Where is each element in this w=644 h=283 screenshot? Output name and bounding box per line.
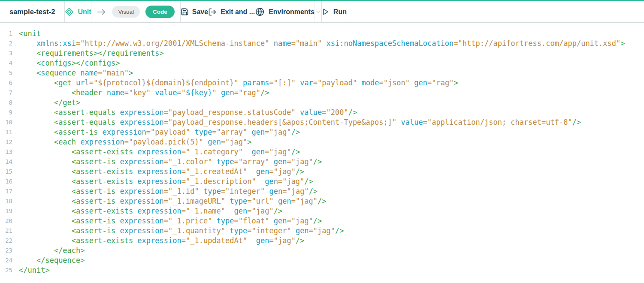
code-line-content[interactable]: <sequence name="main"> <box>12 68 133 78</box>
code-line[interactable]: 7 <header name="key" value="${key}" gen=… <box>0 88 644 98</box>
code-line[interactable]: 3 <requirements></requirements> <box>0 48 644 58</box>
code-area[interactable]: 1<unit2 xmlns:xsi="http://www.w3.org/200… <box>0 29 644 275</box>
code-line[interactable]: 1<unit <box>0 29 644 39</box>
code-line-content[interactable]: <assert-exists expression="_1.createdAt"… <box>12 167 304 177</box>
code-line[interactable]: 20 <assert-is expression="_1.price" type… <box>0 216 644 226</box>
code-line-content[interactable]: <assert-exists expression="_1.category" … <box>12 147 300 157</box>
toolbar: sample-test-2 Unit Visual Code <box>0 0 644 23</box>
environments-label: Environments <box>269 8 314 16</box>
code-line-content[interactable]: <get url="${protocol}${domain}${endpoint… <box>12 78 458 88</box>
code-line[interactable]: 21 <assert-is expression="_1.quantity" t… <box>0 226 644 236</box>
mode-code-button[interactable]: Code <box>145 6 175 18</box>
code-line-content[interactable]: <assert-is expression="_1.price" type="f… <box>12 216 322 226</box>
code-line-content[interactable]: <assert-is expression="_1.id" type="inte… <box>12 187 317 196</box>
code-line-content[interactable]: <assert-is expression="_1.imageURL" type… <box>12 196 327 206</box>
code-line[interactable]: 23 </each> <box>0 246 644 256</box>
code-line[interactable]: 8 </get> <box>0 98 644 108</box>
code-line-content[interactable]: <assert-exists expression="_1.descriptio… <box>12 177 313 187</box>
code-line-content[interactable]: </get> <box>12 98 80 108</box>
code-line[interactable]: 11 <assert-is expression="payload" type=… <box>0 127 644 137</box>
environments-dropdown-toggle[interactable] <box>315 1 321 22</box>
unit-label: Unit <box>78 8 91 16</box>
code-line[interactable]: 24 </sequence> <box>0 256 644 265</box>
code-line[interactable]: 14 <assert-is expression="_1.color" type… <box>0 157 644 167</box>
code-line[interactable]: 19 <assert-exists expression="_1.name" g… <box>0 206 644 216</box>
exit-icon <box>208 8 217 16</box>
code-line[interactable]: 15 <assert-exists expression="_1.created… <box>0 167 644 177</box>
code-line[interactable]: 9 <assert-equals expression="payload_res… <box>0 108 644 117</box>
code-line[interactable]: 22 <assert-exists expression="_1.updated… <box>0 236 644 246</box>
save-label: Save <box>192 8 208 16</box>
chevron-down-icon <box>315 9 321 15</box>
run-button[interactable]: Run <box>322 1 347 22</box>
code-line-content[interactable]: <assert-is expression="_1.color" type="a… <box>12 157 322 167</box>
code-line-content[interactable]: xmlns:xsi="http://www.w3.org/2001/XMLSch… <box>12 39 625 48</box>
run-label: Run <box>333 8 347 16</box>
code-line[interactable]: 17 <assert-is expression="_1.id" type="i… <box>0 187 644 196</box>
code-line-content[interactable]: <assert-exists expression="_1.updatedAt"… <box>12 236 304 246</box>
code-line[interactable]: 10 <assert-equals expression="payload_re… <box>0 117 644 127</box>
mode-visual-button[interactable]: Visual <box>112 6 140 18</box>
code-line-content[interactable]: </sequence> <box>12 256 85 265</box>
exit-label: Exit and ... <box>221 8 255 16</box>
code-line-content[interactable]: <configs></configs> <box>12 58 120 68</box>
code-line[interactable]: 16 <assert-exists expression="_1.descrip… <box>0 177 644 187</box>
gutter-border <box>2 23 2 283</box>
exit-button[interactable]: Exit and ... <box>208 1 255 22</box>
code-line-content[interactable]: <header name="key" value="${key}" gen="r… <box>12 88 269 98</box>
play-icon <box>322 8 329 16</box>
toolbar-divider <box>347 1 347 22</box>
save-button[interactable]: Save <box>181 1 208 22</box>
code-line-content[interactable]: <assert-is expression="payload" type="ar… <box>12 127 300 137</box>
code-line-content[interactable]: <requirements></requirements> <box>12 48 164 58</box>
code-line[interactable]: 4 <configs></configs> <box>0 58 644 68</box>
arrow-right-icon <box>97 9 106 15</box>
code-line[interactable]: 18 <assert-is expression="_1.imageURL" t… <box>0 196 644 206</box>
code-line[interactable]: 6 <get url="${protocol}${domain}${endpoi… <box>0 78 644 88</box>
code-line[interactable]: 13 <assert-exists expression="_1.categor… <box>0 147 644 157</box>
code-line-content[interactable]: <assert-exists expression="_1.name" gen=… <box>12 206 282 216</box>
code-line[interactable]: 5 <sequence name="main"> <box>0 68 644 78</box>
code-line-content[interactable]: <unit <box>12 29 41 39</box>
code-line-content[interactable]: <assert-is expression="_1.quantity" type… <box>12 226 344 236</box>
code-line-content[interactable]: </unit> <box>12 265 50 275</box>
code-editor[interactable]: 1<unit2 xmlns:xsi="http://www.w3.org/200… <box>0 23 644 283</box>
globe-icon <box>255 7 264 16</box>
unit-cube-icon <box>65 7 74 16</box>
code-line[interactable]: 12 <each expression="payload.pick(5)" ge… <box>0 137 644 147</box>
code-line[interactable]: 25</unit> <box>0 265 644 275</box>
mode-switcher: Visual Code <box>91 1 180 22</box>
test-title: sample-test-2 <box>0 1 64 22</box>
code-line-content[interactable]: <assert-equals expression="payload_respo… <box>12 108 357 117</box>
save-floppy-icon <box>181 8 189 16</box>
code-line[interactable]: 2 xmlns:xsi="http://www.w3.org/2001/XMLS… <box>0 39 644 48</box>
environments-button[interactable]: Environments <box>255 1 314 22</box>
code-line-content[interactable]: <assert-equals expression="payload_respo… <box>12 117 581 127</box>
code-line-content[interactable]: </each> <box>12 246 85 256</box>
unit-button[interactable]: Unit <box>65 1 91 22</box>
code-line-content[interactable]: <each expression="payload.pick(5)" gen="… <box>12 137 252 147</box>
